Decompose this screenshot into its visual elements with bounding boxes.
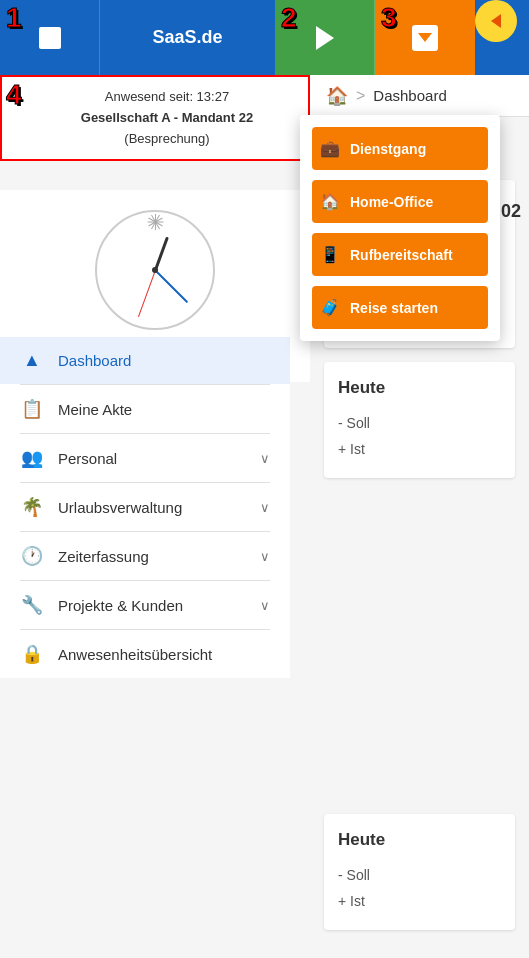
bottom-heute-title: Heute xyxy=(338,830,501,850)
sidebar-label-anwesenheit: Anwesenheitsübersicht xyxy=(58,646,270,663)
logo-area: SaaS.de xyxy=(100,0,275,75)
sidebar-item-projekte[interactable]: 🔧 Projekte & Kunden ∨ xyxy=(0,581,290,629)
clock-center xyxy=(152,267,158,273)
zeiterfassung-arrow-icon: ∨ xyxy=(260,549,270,564)
back-circle-icon[interactable] xyxy=(475,0,517,42)
rufbereitschaft-icon: 📱 xyxy=(320,245,340,264)
sidebar-item-urlaub[interactable]: 🌴 Urlaubsverwaltung ∨ xyxy=(0,483,290,531)
anwesenheit-icon: 🔒 xyxy=(20,643,44,665)
heute-card: Heute - Soll + Ist xyxy=(324,362,515,478)
tile-1-number: 1 xyxy=(6,2,22,34)
breadcrumb: 🏠 > Dashboard xyxy=(310,75,529,117)
sidebar-item-akte[interactable]: 📋 Meine Akte xyxy=(0,385,290,433)
projekte-arrow-icon: ∨ xyxy=(260,598,270,613)
heute-row-soll: - Soll xyxy=(338,410,501,436)
back-arrow-icon xyxy=(491,14,501,28)
tile-1[interactable]: 1 xyxy=(0,0,100,75)
personal-arrow-icon: ∨ xyxy=(260,451,270,466)
dienstgang-label: Dienstgang xyxy=(350,141,426,157)
reise-label: Reise starten xyxy=(350,300,438,316)
dienstgang-button[interactable]: 💼 Dienstgang xyxy=(312,127,488,170)
homeoffice-label: Home-Office xyxy=(350,194,433,210)
zeiterfassung-icon: 🕐 xyxy=(20,545,44,567)
stop-icon xyxy=(39,27,61,49)
rufbereitschaft-label: Rufbereitschaft xyxy=(350,247,453,263)
second-hand xyxy=(137,270,155,317)
logo-text: SaaS.de xyxy=(152,27,222,48)
akte-icon: 📋 xyxy=(20,398,44,420)
hour-hand xyxy=(154,237,169,271)
tile-3-number: 3 xyxy=(381,2,397,34)
urlaub-icon: 🌴 xyxy=(20,496,44,518)
tile-2[interactable]: 2 xyxy=(275,0,375,75)
top-right-number: 02 xyxy=(501,201,521,222)
tile-2-number: 2 xyxy=(281,2,297,34)
home-icon[interactable]: 🏠 xyxy=(326,85,348,107)
bottom-ist-card: Heute - Soll + Ist xyxy=(324,814,515,930)
sidebar-label-urlaub: Urlaubsverwaltung xyxy=(58,499,246,516)
dropdown-popup: 💼 Dienstgang 🏠 Home-Office 📱 Rufbereitsc… xyxy=(300,115,500,341)
status-line1: Anwesend seit: 13:27 xyxy=(36,87,298,108)
projekte-icon: 🔧 xyxy=(20,594,44,616)
status-line3: (Besprechung) xyxy=(36,129,298,150)
sidebar: ▲ Dashboard 📋 Meine Akte 👥 Personal ∨ 🌴 … xyxy=(0,337,290,678)
bottom-ist-row: + Ist xyxy=(338,888,501,914)
heute-row-ist: + Ist xyxy=(338,436,501,462)
sidebar-item-anwesenheit[interactable]: 🔒 Anwesenheitsübersicht xyxy=(0,630,290,678)
personal-icon: 👥 xyxy=(20,447,44,469)
sidebar-label-zeiterfassung: Zeiterfassung xyxy=(58,548,246,565)
breadcrumb-current: Dashboard xyxy=(373,87,446,104)
sidebar-item-zeiterfassung[interactable]: 🕐 Zeiterfassung ∨ xyxy=(0,532,290,580)
status-card: 4 Anwesend seit: 13:27 Gesellschaft A - … xyxy=(0,75,310,161)
heute-title: Heute xyxy=(338,378,501,398)
dashboard-icon: ▲ xyxy=(20,350,44,371)
dienstgang-icon: 💼 xyxy=(320,139,340,158)
sidebar-item-personal[interactable]: 👥 Personal ∨ xyxy=(0,434,290,482)
sidebar-label-dashboard: Dashboard xyxy=(58,352,270,369)
urlaub-arrow-icon: ∨ xyxy=(260,500,270,515)
status-text: Anwesend seit: 13:27 Gesellschaft A - Ma… xyxy=(16,87,298,149)
reise-icon: 🧳 xyxy=(320,298,340,317)
rufbereitschaft-button[interactable]: 📱 Rufbereitschaft xyxy=(312,233,488,276)
minute-hand xyxy=(154,269,188,303)
homeoffice-button[interactable]: 🏠 Home-Office xyxy=(312,180,488,223)
tile-3[interactable]: 3 xyxy=(375,0,475,75)
reise-button[interactable]: 🧳 Reise starten xyxy=(312,286,488,329)
status-card-number: 4 xyxy=(6,79,22,111)
clock-face xyxy=(95,210,215,330)
dropdown-icon xyxy=(412,25,438,51)
top-bar: 1 SaaS.de 2 3 xyxy=(0,0,529,75)
dropdown-inner xyxy=(412,25,438,51)
play-icon xyxy=(316,26,334,50)
breadcrumb-separator: > xyxy=(356,87,365,105)
homeoffice-icon: 🏠 xyxy=(320,192,340,211)
sidebar-label-personal: Personal xyxy=(58,450,246,467)
sidebar-label-akte: Meine Akte xyxy=(58,401,270,418)
sidebar-item-dashboard[interactable]: ▲ Dashboard xyxy=(0,337,290,384)
bottom-soll-row: - Soll xyxy=(338,862,501,888)
status-line2: Gesellschaft A - Mandant 22 xyxy=(36,108,298,129)
sidebar-label-projekte: Projekte & Kunden xyxy=(58,597,246,614)
